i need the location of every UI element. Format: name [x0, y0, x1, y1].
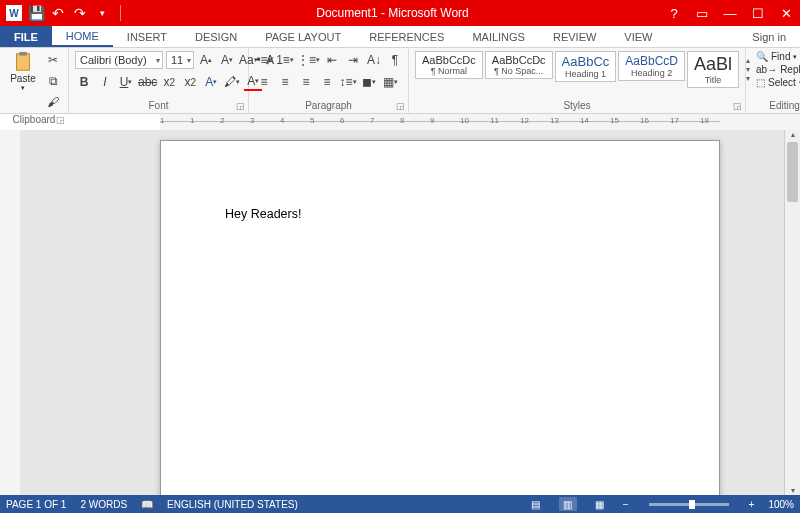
- style-title[interactable]: AaBlTitle: [687, 51, 739, 88]
- copy-icon[interactable]: ⧉: [44, 72, 62, 90]
- proofing-icon[interactable]: 📖: [141, 499, 153, 510]
- tab-home[interactable]: HOME: [52, 26, 113, 47]
- strikethrough-button[interactable]: abc: [138, 73, 157, 91]
- group-paragraph: •≡▾ 1≡▾ ⋮≡▾ ⇤ ⇥ A↓ ¶ ≡ ≡ ≡ ≡ ↕≡▾ ◼▾ ▦▾ P…: [249, 48, 409, 113]
- align-left-icon[interactable]: ≡: [255, 73, 273, 91]
- subscript-button[interactable]: x2: [160, 73, 178, 91]
- style---normal[interactable]: AaBbCcDc¶ Normal: [415, 51, 483, 79]
- status-bar: PAGE 1 OF 1 2 WORDS 📖 ENGLISH (UNITED ST…: [0, 495, 800, 513]
- tab-design[interactable]: DESIGN: [181, 26, 251, 47]
- horizontal-ruler[interactable]: 1123456789101112131415161718: [0, 114, 800, 130]
- style-heading-1[interactable]: AaBbCcHeading 1: [555, 51, 617, 82]
- maximize-icon[interactable]: ☐: [744, 3, 772, 23]
- multilevel-list-icon[interactable]: ⋮≡▾: [297, 51, 320, 69]
- window-title: Document1 - Microsoft Word: [125, 6, 660, 20]
- tab-page-layout[interactable]: PAGE LAYOUT: [251, 26, 355, 47]
- svg-rect-0: [17, 54, 30, 71]
- clipboard-dialog-icon[interactable]: ◲: [56, 115, 65, 125]
- word-logo-icon: W: [6, 5, 22, 21]
- web-layout-icon[interactable]: ▦: [591, 497, 609, 511]
- sign-in-link[interactable]: Sign in: [738, 26, 800, 47]
- word-count[interactable]: 2 WORDS: [80, 499, 127, 510]
- scroll-up-icon[interactable]: ▴: [785, 130, 800, 139]
- borders-icon[interactable]: ▦▾: [381, 73, 399, 91]
- superscript-button[interactable]: x2: [181, 73, 199, 91]
- highlight-icon[interactable]: 🖍▾: [223, 73, 241, 91]
- help-icon[interactable]: ?: [660, 3, 688, 23]
- line-spacing-icon[interactable]: ↕≡▾: [339, 73, 357, 91]
- sort-icon[interactable]: A↓: [365, 51, 383, 69]
- group-font: Calibri (Body)▾ 11▾ A▴ A▾ Aa▾ A̷ B I U▾ …: [69, 48, 249, 113]
- zoom-out-icon[interactable]: −: [623, 499, 629, 510]
- document-text[interactable]: Hey Readers!: [225, 207, 301, 221]
- style-heading-2[interactable]: AaBbCcDHeading 2: [618, 51, 685, 81]
- bold-button[interactable]: B: [75, 73, 93, 91]
- bullets-icon[interactable]: •≡▾: [255, 51, 273, 69]
- redo-icon[interactable]: ↷: [72, 5, 88, 21]
- qat-divider: [120, 5, 121, 21]
- page[interactable]: Hey Readers!: [160, 140, 720, 495]
- shading-icon[interactable]: ◼▾: [360, 73, 378, 91]
- group-styles: AaBbCcDc¶ NormalAaBbCcDc¶ No Spac...AaBb…: [409, 48, 746, 113]
- grow-font-icon[interactable]: A▴: [197, 51, 215, 69]
- underline-button[interactable]: U▾: [117, 73, 135, 91]
- scroll-down-icon[interactable]: ▾: [785, 486, 800, 495]
- ribbon: Paste ▾ ✂ ⧉ 🖌 Clipboard◲ Calibri (Body)▾…: [0, 48, 800, 114]
- zoom-in-icon[interactable]: +: [749, 499, 755, 510]
- language-indicator[interactable]: ENGLISH (UNITED STATES): [167, 499, 298, 510]
- replace-button[interactable]: ab→ Replace: [756, 64, 800, 75]
- zoom-level[interactable]: 100%: [768, 499, 794, 510]
- tab-references[interactable]: REFERENCES: [355, 26, 458, 47]
- paste-dropdown-icon[interactable]: ▾: [21, 84, 25, 92]
- tab-review[interactable]: REVIEW: [539, 26, 610, 47]
- select-button[interactable]: ⬚ Select ▾: [756, 77, 800, 88]
- paste-button[interactable]: Paste ▾: [6, 51, 40, 92]
- increase-indent-icon[interactable]: ⇥: [344, 51, 362, 69]
- vertical-ruler[interactable]: [0, 130, 20, 495]
- font-size-select[interactable]: 11▾: [166, 51, 194, 69]
- group-editing: 🔍 Find ▾ ab→ Replace ⬚ Select ▾ Editing: [750, 48, 800, 113]
- print-layout-icon[interactable]: ▥: [559, 497, 577, 511]
- paragraph-dialog-icon[interactable]: ◲: [396, 101, 405, 111]
- zoom-slider[interactable]: [649, 503, 729, 506]
- justify-icon[interactable]: ≡: [318, 73, 336, 91]
- document-area: Hey Readers! ▴ ▾: [0, 130, 800, 495]
- shrink-font-icon[interactable]: A▾: [218, 51, 236, 69]
- decrease-indent-icon[interactable]: ⇤: [323, 51, 341, 69]
- find-button[interactable]: 🔍 Find ▾: [756, 51, 800, 62]
- style---no-spac---[interactable]: AaBbCcDc¶ No Spac...: [485, 51, 553, 79]
- text-effects-icon[interactable]: A▾: [202, 73, 220, 91]
- align-right-icon[interactable]: ≡: [297, 73, 315, 91]
- page-indicator[interactable]: PAGE 1 OF 1: [6, 499, 66, 510]
- close-icon[interactable]: ✕: [772, 3, 800, 23]
- font-name-select[interactable]: Calibri (Body)▾: [75, 51, 163, 69]
- numbering-icon[interactable]: 1≡▾: [276, 51, 294, 69]
- svg-rect-1: [19, 52, 26, 56]
- show-marks-icon[interactable]: ¶: [386, 51, 404, 69]
- title-bar: W 💾 ↶ ↷ ▾ Document1 - Microsoft Word ? ▭…: [0, 0, 800, 26]
- tab-view[interactable]: VIEW: [610, 26, 666, 47]
- cut-icon[interactable]: ✂: [44, 51, 62, 69]
- group-clipboard: Paste ▾ ✂ ⧉ 🖌 Clipboard◲: [0, 48, 69, 113]
- scroll-thumb[interactable]: [787, 142, 798, 202]
- ribbon-display-icon[interactable]: ▭: [688, 3, 716, 23]
- tab-file[interactable]: FILE: [0, 26, 52, 47]
- align-center-icon[interactable]: ≡: [276, 73, 294, 91]
- ribbon-tabs: FILE HOME INSERT DESIGN PAGE LAYOUT REFE…: [0, 26, 800, 48]
- save-icon[interactable]: 💾: [28, 5, 44, 21]
- italic-button[interactable]: I: [96, 73, 114, 91]
- minimize-icon[interactable]: —: [716, 3, 744, 23]
- tab-mailings[interactable]: MAILINGS: [458, 26, 539, 47]
- format-painter-icon[interactable]: 🖌: [44, 93, 62, 111]
- font-dialog-icon[interactable]: ◲: [236, 101, 245, 111]
- vertical-scrollbar[interactable]: ▴ ▾: [784, 130, 800, 495]
- qat-dropdown-icon[interactable]: ▾: [94, 5, 110, 21]
- undo-icon[interactable]: ↶: [50, 5, 66, 21]
- read-mode-icon[interactable]: ▤: [527, 497, 545, 511]
- tab-insert[interactable]: INSERT: [113, 26, 181, 47]
- styles-dialog-icon[interactable]: ◲: [733, 101, 742, 111]
